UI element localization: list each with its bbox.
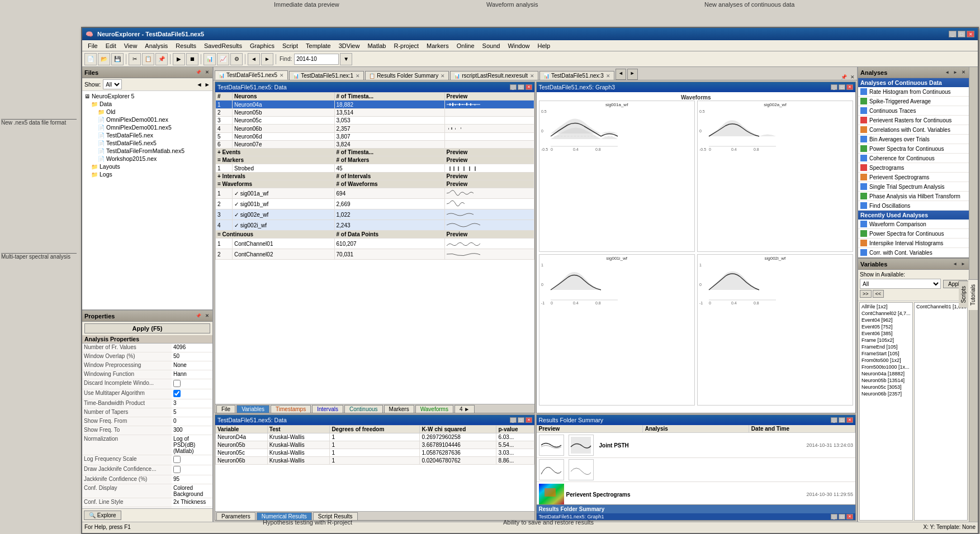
table-row[interactable]: 1Neuron04a18,882: [216, 101, 534, 109]
var-item[interactable]: Neuron05b [13514]: [860, 377, 912, 384]
tab-file[interactable]: File: [216, 405, 235, 413]
menu-view[interactable]: View: [121, 42, 141, 50]
props-pin[interactable]: 📌: [195, 313, 202, 318]
tab-close[interactable]: ✕: [280, 73, 284, 78]
analyses-close[interactable]: ✕: [960, 70, 967, 75]
preview-row-empty[interactable]: [537, 458, 856, 482]
analyses-pin[interactable]: ◄: [944, 70, 950, 75]
tab-intervals[interactable]: Intervals: [312, 405, 343, 413]
analysis-single-trial[interactable]: Single Trial Spectrum Analysis: [858, 182, 969, 192]
analyses-expand[interactable]: ►: [952, 70, 959, 75]
toolbar-paste[interactable]: 📌: [155, 53, 168, 65]
analysis-power-spectra-r[interactable]: Power Spectra for Continuous: [858, 229, 969, 239]
tab-close[interactable]: ✕: [356, 73, 360, 79]
preview-row-spectro[interactable]: Perievent Spectrograms 2014-10-30 11:29:…: [537, 482, 856, 504]
tree-item-data[interactable]: 📁 Data: [83, 100, 211, 108]
tab-script[interactable]: Script Results: [313, 512, 358, 520]
tab-more[interactable]: 4 ►: [455, 405, 475, 413]
table-row[interactable]: 6Neuron07e3,824: [216, 141, 534, 149]
toolbar-save[interactable]: 💾: [111, 53, 124, 65]
g1-max[interactable]: □: [839, 514, 845, 519]
dw-maximize[interactable]: □: [518, 84, 524, 90]
files-pin[interactable]: 📌: [195, 70, 202, 75]
rt-maximize[interactable]: □: [518, 417, 524, 423]
menu-analysis[interactable]: Analysis: [141, 42, 171, 50]
table-row[interactable]: 1Strobed45: [216, 164, 534, 173]
analysis-waveform-comp[interactable]: Waveform Comparison: [858, 220, 969, 229]
preview-row-psth[interactable]: Joint PSTH 2014-10-31 13:24:03: [537, 433, 856, 458]
var-item[interactable]: Neuron05c [3053]: [860, 384, 912, 390]
var-item[interactable]: From0to500 [1x2]: [860, 357, 912, 364]
tree-item-omniplex2[interactable]: 📄 OmniPlexDemo001.nex5: [83, 123, 211, 131]
analysis-phase[interactable]: Phase Analysis via Hilbert Transform: [858, 192, 969, 201]
gw-minimize[interactable]: _: [831, 84, 837, 90]
menu-template[interactable]: Template: [302, 42, 334, 50]
explore-button[interactable]: 🔍 Explore: [84, 511, 121, 520]
menu-matlab[interactable]: Matlab: [364, 42, 389, 50]
side-tab-scripts[interactable]: Scripts: [959, 281, 968, 308]
toolbar-new[interactable]: 📄: [84, 53, 97, 65]
analysis-isi[interactable]: Interspike Interval Histograms: [858, 239, 969, 248]
analysis-perievent-spectro[interactable]: Perievent Spectrograms: [858, 173, 969, 182]
toolbar-settings[interactable]: ⚙: [230, 53, 243, 65]
tab-rscript[interactable]: 📊 rscriptLastResult.nexresult ✕: [450, 71, 538, 80]
tab-continuous[interactable]: Continuous: [344, 405, 383, 413]
tab-close[interactable]: ✕: [441, 73, 445, 79]
jackknife-checkbox[interactable]: [173, 466, 181, 473]
table-row[interactable]: 4✓ sig002i_wf2,243: [216, 220, 534, 231]
show-select[interactable]: All: [103, 79, 122, 89]
analysis-coherence[interactable]: Coherence for Continuous: [858, 154, 969, 163]
analysis-spectrograms[interactable]: Spectrograms: [858, 163, 969, 173]
vars-expand[interactable]: ►: [960, 261, 967, 266]
menu-results[interactable]: Results: [172, 42, 200, 50]
tab-numerical[interactable]: Numerical Results: [257, 512, 312, 520]
tree-item-matlab[interactable]: 📄 TestDataFileFromMatlab.nex5: [83, 147, 211, 155]
menu-online[interactable]: Online: [453, 42, 478, 50]
toolbar-graph[interactable]: 📈: [217, 53, 229, 65]
props-close[interactable]: ✕: [204, 313, 210, 318]
nav-btn-right[interactable]: ►: [205, 81, 210, 88]
tab-variables[interactable]: Variables: [236, 405, 269, 413]
tree-item-layouts[interactable]: 📁 Layouts: [83, 163, 211, 170]
menu-graphics[interactable]: Graphics: [247, 42, 278, 50]
toolbar-back[interactable]: ◄: [248, 53, 260, 65]
analysis-correlations[interactable]: Correlations with Cont. Variables: [858, 125, 969, 135]
table-row[interactable]: 2ContChannel0270,031: [216, 249, 534, 260]
side-tab-tutorials[interactable]: Tutorials: [968, 279, 978, 310]
maximize-button[interactable]: □: [958, 31, 965, 37]
rt-minimize[interactable]: _: [510, 417, 517, 423]
var-item[interactable]: FrameStart [105]: [860, 350, 912, 357]
menu-file[interactable]: File: [84, 42, 101, 50]
tab-testdata3[interactable]: 📊 TestDataFile51.nex:3 ✕: [539, 71, 614, 80]
toolbar-forward[interactable]: ►: [261, 53, 273, 65]
tab-testdata1[interactable]: 📊 TestDataFile51.nex:1 ✕: [289, 71, 364, 80]
pv-maximize[interactable]: □: [839, 417, 845, 423]
analysis-power-spectra[interactable]: Power Spectra for Continuous: [858, 144, 969, 154]
gw-maximize[interactable]: □: [839, 84, 845, 90]
menu-window[interactable]: Window: [504, 42, 533, 50]
var-item[interactable]: FrameEnd [105]: [860, 344, 912, 350]
results-row[interactable]: NeuronD4aKruskal-Wallis10.269729602586.0…: [216, 433, 534, 441]
var-item[interactable]: Event06 [385]: [860, 330, 912, 337]
g1-close[interactable]: ✕: [846, 514, 853, 519]
gw-close[interactable]: ✕: [846, 84, 853, 90]
var-item[interactable]: Neuron06b [2357]: [860, 390, 912, 397]
tab-nav-left[interactable]: ◄: [616, 69, 626, 80]
vars-nav-back[interactable]: <<: [873, 290, 884, 298]
table-row[interactable]: 5Neuron06d3,807: [216, 133, 534, 141]
tree-item-logs[interactable]: 📁 Logs: [83, 170, 211, 178]
analysis-cont-traces[interactable]: Continuous Traces: [858, 106, 969, 116]
results-row[interactable]: Neuron06bKruskal-Wallis10.020467807628.8…: [216, 457, 534, 465]
analysis-corr-cont[interactable]: Corr. with Cont. Variables: [858, 248, 969, 258]
center-pin[interactable]: 📌: [840, 74, 848, 80]
menu-help[interactable]: Help: [534, 42, 554, 50]
toolbar-cut[interactable]: ✂: [129, 53, 141, 65]
toolbar-stop[interactable]: ⏹: [186, 53, 198, 65]
discard-checkbox[interactable]: [173, 380, 181, 387]
toolbar-find-go[interactable]: ▼: [340, 53, 352, 65]
tab-close[interactable]: ✕: [606, 73, 610, 79]
tab-timestamps[interactable]: Timestamps: [271, 405, 311, 413]
menu-rproject[interactable]: R-project: [390, 42, 422, 50]
multitaper-checkbox[interactable]: [173, 390, 181, 397]
apply-button[interactable]: Apply (F5): [84, 323, 210, 333]
